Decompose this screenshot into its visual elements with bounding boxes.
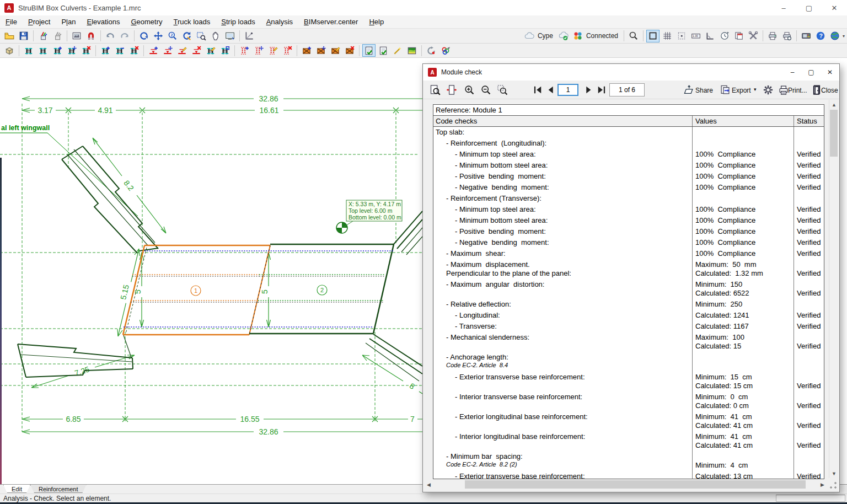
load-del-icon[interactable]	[190, 44, 203, 57]
brick-edit-icon[interactable]	[329, 44, 342, 57]
circ1-icon[interactable]	[425, 44, 438, 57]
imgbw-icon[interactable]	[70, 30, 83, 42]
brushes-icon[interactable]	[36, 30, 50, 42]
load-plus-icon[interactable]	[147, 44, 160, 57]
hand-icon[interactable]	[209, 30, 222, 42]
wingwall-upper-left[interactable]	[62, 146, 158, 253]
snap-icon[interactable]	[675, 30, 688, 42]
origin-marker[interactable]	[336, 222, 347, 233]
minimize-button[interactable]: –	[771, 0, 796, 15]
load-move-icon[interactable]	[161, 44, 174, 57]
brick-plus-icon[interactable]	[300, 44, 313, 57]
circ2-icon[interactable]	[439, 44, 452, 57]
redo-icon[interactable]	[118, 30, 131, 42]
save-icon[interactable]	[17, 30, 30, 42]
menu-project[interactable]: Project	[23, 15, 56, 29]
close-label[interactable]: Close	[821, 87, 838, 94]
menu-strip-loads[interactable]: Strip loads	[216, 15, 260, 29]
refresh-icon[interactable]	[180, 30, 194, 42]
fit-icon[interactable]	[152, 30, 165, 42]
dialog-maximize-button[interactable]: ▢	[802, 64, 821, 81]
dialog-title-bar[interactable]: A Module check – ▢ ✕	[423, 64, 839, 81]
zoom-out-icon[interactable]	[478, 82, 494, 98]
menu-plan[interactable]: Plan	[56, 15, 81, 29]
last-page-icon[interactable]	[594, 82, 609, 98]
menu-bimserver-center[interactable]: BIMserver.center	[298, 15, 363, 29]
horizontal-scroll-thumb[interactable]	[465, 480, 806, 489]
scroll-left-icon[interactable]: ◀	[424, 480, 433, 489]
sec-arrow-icon[interactable]	[113, 44, 126, 57]
vertical-scroll-thumb[interactable]	[830, 110, 838, 157]
ruler-icon[interactable]: 1.00	[689, 30, 703, 42]
undo-icon[interactable]	[104, 30, 117, 42]
maximize-button[interactable]: ▢	[796, 0, 822, 15]
brushes2-icon[interactable]	[51, 30, 64, 42]
scroll-down-icon[interactable]: ▼	[829, 469, 839, 478]
folder-icon[interactable]	[3, 30, 16, 42]
menu-geometry[interactable]: Geometry	[125, 15, 168, 29]
brick-move-icon[interactable]	[314, 44, 328, 57]
selwin-icon[interactable]	[646, 30, 660, 42]
share-label[interactable]: Share	[695, 87, 713, 94]
sec-move-icon[interactable]	[65, 44, 78, 57]
axes-icon[interactable]	[243, 30, 256, 42]
dialog-minimize-button[interactable]: –	[783, 64, 802, 81]
cloud-icon[interactable]	[523, 30, 536, 42]
clock-icon[interactable]	[718, 30, 731, 42]
print2-icon[interactable]	[780, 30, 794, 42]
sec-icon[interactable]	[36, 44, 50, 57]
horizontal-scrollbar[interactable]: ◀ ▶	[424, 480, 827, 489]
wingwall-lower-right[interactable]	[366, 334, 422, 381]
sec-plus-icon[interactable]	[51, 44, 64, 57]
help-icon[interactable]: ?	[814, 30, 827, 42]
zoom-page-icon[interactable]	[427, 82, 443, 98]
circles-icon[interactable]	[571, 30, 585, 42]
dialog-close-button[interactable]: ✕	[821, 64, 839, 81]
sec-plus-icon[interactable]	[99, 44, 112, 57]
print-label[interactable]: Print...	[788, 87, 807, 94]
menu-help[interactable]: Help	[363, 15, 389, 29]
vertical-scrollbar[interactable]: ▲ ▼	[829, 100, 838, 478]
angle-icon[interactable]	[704, 30, 717, 42]
settings-gear-icon[interactable]	[760, 82, 776, 98]
wand-icon[interactable]	[391, 44, 404, 57]
dropdown-arrow-icon[interactable]: ▾	[843, 34, 845, 39]
close-button[interactable]: ✕	[822, 0, 847, 15]
doccheck-icon[interactable]	[362, 44, 376, 57]
print1-icon[interactable]	[766, 30, 779, 42]
cube-icon[interactable]	[3, 44, 16, 57]
gridred-move-icon[interactable]	[252, 44, 265, 57]
cloud-label[interactable]: Cype	[538, 32, 553, 40]
sec-edit-icon[interactable]	[204, 44, 217, 57]
menu-file[interactable]: File	[0, 15, 23, 29]
contour-icon[interactable]	[405, 44, 419, 57]
sec-del-icon[interactable]	[127, 44, 141, 57]
sheets-icon[interactable]	[732, 30, 746, 42]
globe-icon[interactable]	[828, 30, 841, 42]
fit-width-icon[interactable]	[444, 82, 459, 98]
screen-icon[interactable]	[223, 30, 237, 42]
resize-grip[interactable]	[829, 481, 837, 489]
opts-icon[interactable]	[800, 30, 813, 42]
share-icon[interactable]	[681, 82, 696, 98]
gridred-del-icon[interactable]	[281, 44, 294, 57]
module-2[interactable]: 2	[249, 244, 394, 334]
zoomprev-icon[interactable]	[137, 30, 151, 42]
gridred-edit-icon[interactable]	[266, 44, 280, 57]
page-number-input[interactable]	[557, 84, 578, 96]
module-1[interactable]: 1	[123, 245, 270, 335]
sec-icon[interactable]	[22, 44, 35, 57]
scroll-right-icon[interactable]: ▶	[818, 480, 827, 489]
export-label[interactable]: Export	[732, 87, 751, 94]
magnet-icon[interactable]	[84, 30, 98, 42]
sec-del-icon[interactable]	[79, 44, 93, 57]
export-icon[interactable]	[717, 82, 733, 98]
menu-analysis[interactable]: Analysis	[261, 15, 298, 29]
doccheck-icon[interactable]	[377, 44, 390, 57]
zoom-window-icon[interactable]	[495, 82, 510, 98]
tab-edit[interactable]: Edit	[3, 485, 30, 493]
tools-icon[interactable]	[747, 30, 760, 42]
tab-reinforcement[interactable]: Reinforcement	[30, 485, 87, 493]
brick-del-icon[interactable]	[343, 44, 356, 57]
zoomwin-icon[interactable]	[195, 30, 208, 42]
